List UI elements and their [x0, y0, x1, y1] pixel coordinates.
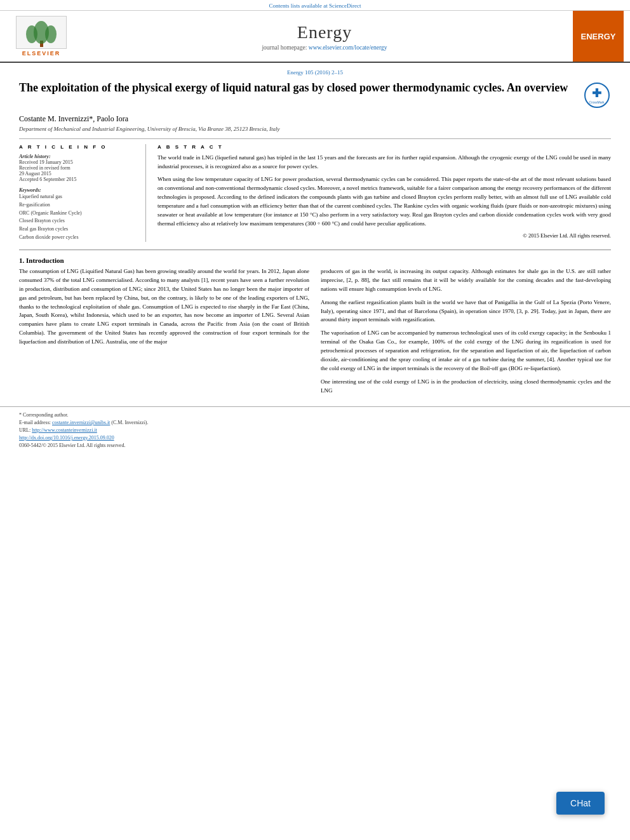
sciencedirect-link[interactable]: ScienceDirect — [329, 3, 361, 9]
doi-line: http://dx.doi.org/10.1016/j.energy.2015.… — [19, 435, 611, 441]
keyword-1: Liquefied natural gas — [19, 193, 138, 201]
email-link[interactable]: costante.invernizzi@unibs.it — [52, 420, 110, 425]
abstract-para-2: When using the low temperature capacity … — [158, 175, 611, 229]
intro-para-5: One interesting use of the cold exergy o… — [321, 378, 611, 396]
corresponding-note: * Corresponding author. — [19, 412, 611, 418]
intro-para-3: Among the earliest regasification plants… — [321, 298, 611, 325]
intro-col-left: The consumption of LNG (Liquified Natura… — [19, 267, 309, 400]
introduction-title: 1. Introduction — [19, 257, 611, 264]
abstract-header: A B S T R A C T — [158, 144, 611, 150]
article-title-row: The exploitation of the physical exergy … — [19, 81, 611, 109]
journal-name-row: ELSEVIER Energy journal homepage: www.el… — [0, 11, 630, 62]
introduction-columns: The consumption of LNG (Liquified Natura… — [19, 267, 611, 400]
crossmark-inner: ✚ CrossMark — [584, 83, 610, 108]
svg-point-3 — [45, 25, 57, 43]
article-info-header: A R T I C L E I N F O — [19, 144, 138, 150]
elsevier-tree-image — [16, 16, 67, 49]
url-link[interactable]: http://www.costanteinvernizzi.it — [32, 427, 97, 433]
intro-col-right: producers of gas in the world, is increa… — [321, 267, 611, 400]
energy-logo: ENERGY — [573, 11, 624, 62]
email-person: (C.M. Invernizzi). — [111, 420, 148, 425]
crossmark-badge: ✚ CrossMark — [582, 81, 611, 109]
keyword-2: Re-gasification — [19, 201, 138, 210]
article-history: Article history: Received 19 January 201… — [19, 154, 138, 182]
contents-text: Contents lists available at — [269, 3, 328, 9]
email-label: E-mail address: — [19, 420, 51, 425]
homepage-link[interactable]: www.elsevier.com/locate/energy — [309, 44, 387, 51]
copyright-line: © 2015 Elsevier Ltd. All rights reserved… — [158, 232, 611, 239]
doi-link[interactable]: http://dx.doi.org/10.1016/j.energy.2015.… — [19, 435, 114, 441]
keyword-6: Carbon dioxide power cycles — [19, 234, 138, 242]
journal-homepage: journal homepage: www.elsevier.com/locat… — [76, 44, 573, 51]
affiliation: Department of Mechanical and Industrial … — [19, 126, 611, 132]
history-label: Article history: — [19, 154, 138, 159]
intro-para-1: The consumption of LNG (Liquified Natura… — [19, 267, 309, 347]
intro-para-4: The vaporisation of LNG can be accompani… — [321, 329, 611, 373]
url-note: URL: http://www.costanteinvernizzi.it — [19, 427, 611, 433]
email-note: E-mail address: costante.invernizzi@unib… — [19, 420, 611, 425]
abstract-column: A B S T R A C T The world trade in LNG (… — [158, 144, 611, 242]
accepted-date: Accepted 6 September 2015 — [19, 177, 138, 182]
crossmark-cross: ✚ — [592, 86, 601, 100]
url-label: URL: — [19, 427, 30, 433]
keywords-label: Keywords: — [19, 187, 138, 193]
revised-label: Received in revised form — [19, 165, 138, 171]
article-info-column: A R T I C L E I N F O Article history: R… — [19, 144, 146, 242]
elsevier-logo: ELSEVIER — [6, 11, 76, 62]
abstract-text: The world trade in LNG (liquefied natura… — [158, 154, 611, 229]
section-divider — [19, 250, 611, 250]
citation-line: Energy 105 (2016) 2–15 — [19, 69, 611, 76]
keywords-section: Keywords: Liquefied natural gas Re-gasif… — [19, 187, 138, 242]
introduction-section: 1. Introduction The consumption of LNG (… — [19, 257, 611, 400]
journal-name: Energy — [76, 22, 573, 43]
homepage-text: journal homepage: — [262, 44, 307, 51]
keyword-3: ORC (Organic Rankine Cycle) — [19, 210, 138, 218]
journal-title-center: Energy journal homepage: www.elsevier.co… — [76, 22, 573, 51]
crossmark-text: CrossMark — [589, 100, 604, 104]
svg-point-2 — [26, 25, 37, 43]
article-footer: * Corresponding author. E-mail address: … — [0, 406, 630, 455]
journal-top-bar: Contents lists available at ScienceDirec… — [0, 0, 630, 11]
info-abstract-section: A R T I C L E I N F O Article history: R… — [19, 138, 611, 242]
keyword-4: Closed Brayton cycles — [19, 217, 138, 225]
authors-line: Costante M. Invernizzi*, Paolo Iora — [19, 114, 611, 124]
elsevier-label: ELSEVIER — [22, 50, 61, 57]
received-date: Received 19 January 2015 — [19, 159, 138, 165]
abstract-para-1: The world trade in LNG (liquefied natura… — [158, 154, 611, 171]
article-title: The exploitation of the physical exergy … — [19, 81, 576, 95]
chat-button[interactable]: CHat — [556, 792, 605, 815]
authors-text: Costante M. Invernizzi*, Paolo Iora — [19, 114, 128, 123]
journal-header: Contents lists available at ScienceDirec… — [0, 0, 630, 63]
article-content: Energy 105 (2016) 2–15 The exploitation … — [0, 63, 630, 406]
keyword-5: Real gas Brayton cycles — [19, 225, 138, 234]
issn-line: 0360-5442/© 2015 Elsevier Ltd. All right… — [19, 443, 611, 448]
intro-para-2: producers of gas in the world, is increa… — [321, 267, 611, 294]
revised-date: 29 August 2015 — [19, 171, 138, 177]
